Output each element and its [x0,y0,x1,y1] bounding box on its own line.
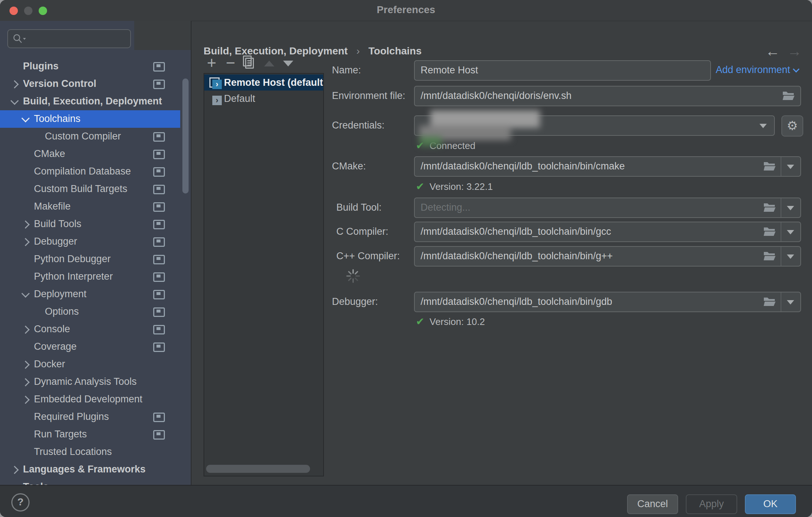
sidebar-item-required-plugins[interactable]: Required Plugins [0,408,191,426]
sidebar-item-docker[interactable]: Docker [0,356,191,373]
c-compiler-field[interactable]: /mnt/datadisk0/chenqi/ldb_toolchain/bin/… [414,222,801,242]
env-file-field[interactable]: /mnt/datadisk0/chenqi/doris/env.sh [414,86,801,106]
chevron-down-icon[interactable] [22,290,30,298]
browse-dropdown-button[interactable] [781,157,800,176]
cmake-label: CMake: [332,161,366,172]
credentials-settings-button[interactable]: ⚙ [781,115,803,137]
sidebar-item-console[interactable]: Console [0,321,191,338]
build-tool-field[interactable]: Detecting... [414,198,801,218]
sidebar-item-custom-build-targets[interactable]: Custom Build Targets [0,180,191,198]
chevron-right-icon[interactable] [22,361,30,369]
move-down-button[interactable] [280,55,296,72]
sidebar-item-debugger[interactable]: Debugger [0,233,191,250]
sidebar-item-custom-compiler[interactable]: Custom Compiler [0,128,191,145]
folder-icon[interactable] [763,296,776,307]
sidebar-item-plugins[interactable]: Plugins [0,58,191,75]
sidebar-item-build-execution-deployment[interactable]: Build, Execution, Deployment [0,93,191,110]
editor-preview-icon [153,413,165,422]
cmake-field[interactable]: /mnt/datadisk0/chenqi/ldb_toolchain/bin/… [414,156,801,177]
toolchain-list-item[interactable]: ›Remote Host (default) [204,74,323,91]
toolchain-list: ›Remote Host (default)›Default [204,73,324,476]
sidebar-item-languages-frameworks[interactable]: Languages & Frameworks [0,461,191,478]
sidebar-item-embedded-development[interactable]: Embedded Development [0,391,191,408]
cancel-button[interactable]: Cancel [627,494,678,514]
settings-sidebar: PluginsVersion ControlBuild, Execution, … [0,21,192,485]
forward-arrow-icon: → [787,43,802,60]
chevron-right-icon[interactable] [22,326,30,334]
sidebar-item-python-debugger[interactable]: Python Debugger [0,250,191,268]
browse-dropdown-button[interactable] [781,198,800,217]
add-environment-link[interactable]: Add environment [716,64,799,76]
arrow-up-icon [264,61,274,66]
sidebar-item-deployment[interactable]: Deployment [0,286,191,303]
chevron-right-icon[interactable] [22,378,30,387]
editor-preview-icon [153,255,165,264]
folder-icon[interactable] [763,161,776,171]
editor-preview-icon [153,185,165,194]
copy-toolchain-button[interactable] [241,55,258,72]
back-arrow-icon[interactable]: ← [765,43,780,60]
loading-spinner-icon [346,269,360,283]
ok-button[interactable]: OK [745,494,796,514]
sidebar-item-build-tools[interactable]: Build Tools [0,215,191,233]
help-button[interactable]: ? [11,493,30,512]
sidebar-item-cmake[interactable]: CMake [0,145,191,163]
breadcrumb-section[interactable]: Build, Execution, Deployment [204,45,348,57]
sidebar-item-coverage[interactable]: Coverage [0,338,191,356]
arrow-down-icon [283,61,293,66]
check-icon: ✔ [416,316,424,327]
add-toolchain-button[interactable]: + [204,55,220,72]
sidebar-item-makefile[interactable]: Makefile [0,198,191,215]
sidebar-item-python-interpreter[interactable]: Python Interpreter [0,268,191,286]
breadcrumb-page: Toolchains [368,45,422,57]
title-bar: Preferences [0,0,812,21]
credentials-field[interactable] [414,115,775,136]
credentials-status: ✔Connected [416,139,475,152]
chevron-right-icon[interactable] [22,238,30,246]
check-icon: ✔ [416,181,424,192]
sidebar-item-dynamic-analysis-tools[interactable]: Dynamic Analysis Tools [0,373,191,391]
sidebar-item-options[interactable]: Options [0,303,191,321]
browse-dropdown-button[interactable] [781,292,800,311]
chevron-down-icon[interactable] [22,114,30,123]
name-field[interactable]: Remote Host [414,60,711,81]
chevron-right-icon[interactable] [22,221,30,229]
sidebar-item-run-targets[interactable]: Run Targets [0,426,191,443]
chevron-down-icon[interactable] [11,97,19,105]
sidebar-item-toolchains[interactable]: Toolchains [0,110,180,128]
search-input[interactable] [31,31,128,46]
sidebar-item-label: Custom Compiler [45,131,121,142]
dropdown-arrow-icon [787,300,794,305]
toolchain-list-item[interactable]: ›Default [204,91,323,107]
folder-icon[interactable] [763,202,776,212]
apply-button: Apply [686,494,737,514]
dropdown-arrow-icon[interactable] [759,124,767,128]
browse-dropdown-button[interactable] [781,222,800,241]
folder-icon[interactable] [763,226,776,237]
sidebar-item-version-control[interactable]: Version Control [0,75,191,93]
sidebar-item-compilation-database[interactable]: Compilation Database [0,163,191,180]
chevron-right-icon[interactable] [22,396,30,404]
cpp-compiler-field[interactable]: /mnt/datadisk0/chenqi/ldb_toolchain/bin/… [414,246,801,267]
sidebar-item-label: Docker [34,359,65,370]
env-file-label: Environment file: [332,90,405,102]
folder-icon[interactable] [763,251,776,261]
toolchain-list-hscrollbar[interactable] [206,465,310,473]
editor-preview-icon [153,290,165,299]
sidebar-item-label: Options [45,306,79,317]
folder-icon[interactable] [782,91,794,101]
chevron-right-icon[interactable] [11,466,19,474]
dropdown-arrow-icon [787,165,794,169]
chevron-down-icon[interactable] [11,482,19,485]
sidebar-item-tools[interactable]: Tools [0,478,191,485]
sidebar-scrollbar[interactable] [182,78,189,194]
remove-toolchain-button[interactable]: − [223,55,239,72]
browse-dropdown-button[interactable] [781,247,800,266]
field-value: /mnt/datadisk0/chenqi/ldb_toolchain/bin/… [421,296,612,307]
sidebar-item-label: Build Tools [34,218,81,230]
settings-search-box[interactable] [7,29,131,48]
chevron-right-icon[interactable] [11,80,19,89]
debugger-field[interactable]: /mnt/datadisk0/chenqi/ldb_toolchain/bin/… [414,292,801,312]
sidebar-item-trusted-locations[interactable]: Trusted Locations [0,443,191,461]
toolchain-toolbar: + − [204,55,324,73]
